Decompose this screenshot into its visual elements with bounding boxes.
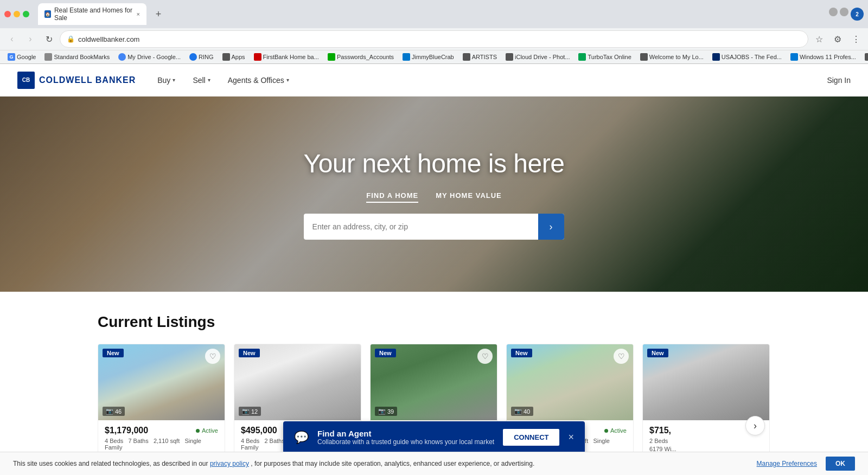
listing-status-0: Active <box>196 427 218 434</box>
bookmark-usajobs[interactable]: USAJOBS - The Fed... <box>709 52 785 62</box>
hero-title: Your next home is here <box>304 149 565 178</box>
forward-button[interactable]: › <box>23 31 38 47</box>
listing-badge-4: New <box>647 349 668 357</box>
listing-favorite-2[interactable]: ♡ <box>477 349 493 364</box>
agent-banner-close-button[interactable]: × <box>568 432 574 443</box>
listing-badge-3: New <box>511 349 532 357</box>
listing-details-4: 2 Beds <box>649 438 763 444</box>
hero-tabs: FIND A HOME MY HOME VALUE <box>304 191 565 203</box>
listing-status-3: Active <box>604 427 627 434</box>
navbar-agents-offices[interactable]: Agents & Offices ▾ <box>228 76 289 85</box>
cookie-bar-actions: Manage Preferences OK <box>757 457 855 471</box>
bookmark-welcome[interactable]: Welcome to My Lo... <box>637 52 707 62</box>
listing-price-0: $1,179,000 <box>105 426 148 435</box>
privacy-policy-link[interactable]: privacy policy <box>210 460 249 467</box>
bookmark-windows[interactable]: Windows 11 Profes... <box>787 52 859 62</box>
bookmark-google[interactable]: G Google <box>4 52 39 62</box>
menu-button[interactable]: ⋮ <box>848 31 864 47</box>
new-tab-button[interactable]: + <box>151 7 166 22</box>
site-navbar: CB COLDWELL BANKER Buy ▾ Sell ▾ Agents &… <box>0 64 868 97</box>
profile-button[interactable]: 2 <box>851 8 864 21</box>
cookie-bar: This site uses cookies and related techn… <box>0 452 868 475</box>
connect-button[interactable]: CONNECT <box>503 429 559 446</box>
browser-tab-active[interactable]: 🏠 Real Estate and Homes for Sale × <box>38 3 146 25</box>
cookie-ok-button[interactable]: OK <box>826 457 855 471</box>
hero-section: Your next home is here FIND A HOME MY HO… <box>0 97 868 292</box>
hero-search-button[interactable]: › <box>538 214 564 240</box>
listing-details-0: 4 Beds 7 Baths 2,110 sqft Single Family <box>105 438 218 451</box>
browser-titlebar: 🏠 Real Estate and Homes for Sale × + 2 <box>0 0 868 28</box>
buy-dropdown-icon: ▾ <box>173 77 175 83</box>
bookmarks-bar: G Google Standard BookMarks My Drive - G… <box>0 50 868 63</box>
logo-icon: CB <box>17 72 35 89</box>
window-maximize[interactable] <box>23 11 29 17</box>
listing-photo-count-0: 📷46 <box>103 407 125 416</box>
bookmark-drive[interactable]: My Drive - Google... <box>115 52 184 62</box>
agent-banner-text: Find an Agent Collaborate with a trusted… <box>317 429 494 446</box>
listing-badge-0: New <box>103 349 124 357</box>
cookie-bar-text: This site uses cookies and related techn… <box>13 460 534 467</box>
hero-tab-find-home[interactable]: FIND A HOME <box>366 191 418 203</box>
listing-image-2: New ♡ 📷39 <box>371 344 497 420</box>
hero-search-bar: › <box>304 214 564 240</box>
navbar-buy[interactable]: Buy ▾ <box>157 76 175 85</box>
listings-title: Current Listings <box>98 313 770 331</box>
bookmark-apps[interactable]: Apps <box>219 52 248 62</box>
listing-price-4: $715, <box>649 426 671 435</box>
agent-banner-title: Find an Agent <box>317 429 494 438</box>
bookmark-resume[interactable]: RESUME ATS Folder <box>861 52 868 62</box>
hero-content: Your next home is here FIND A HOME MY HO… <box>304 149 565 240</box>
agents-dropdown-icon: ▾ <box>286 77 289 83</box>
hero-search-input[interactable] <box>304 216 538 238</box>
url-text: coldwellbanker.com <box>78 35 139 43</box>
bookmark-ring[interactable]: RING <box>186 52 217 62</box>
fullscreen-button[interactable] <box>840 8 848 16</box>
brand-name: COLDWELL BANKER <box>39 75 136 85</box>
listing-photo-count-2: 📷39 <box>375 407 397 416</box>
tab-title: Real Estate and Homes for Sale <box>54 7 133 22</box>
sell-dropdown-icon: ▾ <box>208 77 210 83</box>
find-agent-banner: 💬 Find an Agent Collaborate with a trust… <box>283 421 585 453</box>
reload-button[interactable]: ↻ <box>41 31 56 47</box>
tab-favicon: 🏠 <box>44 10 51 18</box>
bookmark-turbotax[interactable]: TurboTax Online <box>575 52 634 62</box>
listing-image-3: New ♡ 📷40 <box>507 344 633 420</box>
carousel-next-button[interactable]: › <box>745 416 765 435</box>
agent-banner-description: Collaborate with a trusted guide who kno… <box>317 438 494 446</box>
listing-badge-2: New <box>375 349 396 357</box>
back-button[interactable]: ‹ <box>4 31 20 47</box>
listing-image-1: New 📷12 <box>234 344 361 420</box>
url-bar[interactable]: 🔒 coldwellbanker.com <box>60 30 808 48</box>
tab-close-button[interactable]: × <box>137 11 140 17</box>
bookmark-icloud[interactable]: iCloud Drive - Phot... <box>502 52 573 62</box>
signin-link[interactable]: Sign In <box>827 76 851 85</box>
manage-preferences-link[interactable]: Manage Preferences <box>757 460 817 467</box>
bookmark-passwords[interactable]: Passwords_Accounts <box>324 52 397 62</box>
bookmark-jimmy[interactable]: JimmyBlueCrab <box>399 52 457 62</box>
listing-favorite-0[interactable]: ♡ <box>205 349 220 364</box>
listing-badge-1: New <box>239 349 260 357</box>
lock-icon: 🔒 <box>67 35 75 43</box>
restore-button[interactable] <box>829 8 838 16</box>
bookmark-firstbank[interactable]: FirstBank Home ba... <box>251 52 322 62</box>
listing-photo-count-3: 📷40 <box>511 407 533 416</box>
hero-tab-home-value[interactable]: MY HOME VALUE <box>436 191 502 203</box>
listing-favorite-3[interactable]: ♡ <box>614 349 629 364</box>
listing-image-4: New <box>643 344 769 420</box>
agent-banner-icon: 💬 <box>294 431 309 445</box>
listing-photo-count-1: 📷12 <box>239 407 261 416</box>
browser-chrome: 🏠 Real Estate and Homes for Sale × + 2 ‹… <box>0 0 868 64</box>
bookmark-standard[interactable]: Standard BookMarks <box>41 52 113 62</box>
listing-image-0: New ♡ 📷46 <box>98 344 225 420</box>
window-close[interactable] <box>4 11 11 17</box>
browser-addressbar: ‹ › ↻ 🔒 coldwellbanker.com ☆ ⚙ ⋮ <box>0 28 868 50</box>
navbar-logo[interactable]: CB COLDWELL BANKER <box>17 72 136 89</box>
listing-price-1: $495,000 <box>241 426 277 435</box>
bookmark-artists[interactable]: ARTISTS <box>459 52 500 62</box>
bookmark-button[interactable]: ☆ <box>812 31 827 47</box>
extensions-button[interactable]: ⚙ <box>830 31 845 47</box>
window-minimize[interactable] <box>14 11 20 17</box>
navbar-sell[interactable]: Sell ▾ <box>193 76 210 85</box>
navbar-menu: Buy ▾ Sell ▾ Agents & Offices ▾ <box>157 76 827 85</box>
